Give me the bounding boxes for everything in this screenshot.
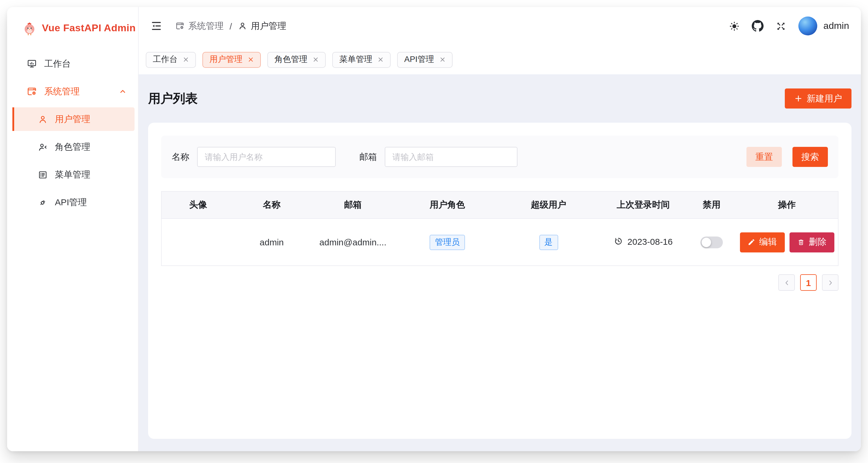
email-input[interactable]	[385, 147, 518, 167]
col-email: 邮箱	[309, 191, 397, 219]
create-user-button[interactable]: 新建用户	[785, 89, 851, 108]
tab-label: 用户管理	[210, 54, 243, 65]
user-list-card: 名称 邮箱 重置 搜索 头像	[148, 123, 851, 439]
role-tag: 管理员	[430, 234, 465, 250]
sidebar-item-label: API管理	[55, 197, 87, 208]
sidebar-item-api[interactable]: API管理	[12, 191, 134, 214]
table-row: admin admin@admin.... 管理员 是	[161, 219, 838, 266]
tab-workbench[interactable]: 工作台	[146, 52, 196, 68]
breadcrumb-item-users[interactable]: 用户管理	[238, 20, 286, 32]
cell-disabled	[687, 219, 736, 266]
pagination-next-button[interactable]	[822, 274, 838, 291]
page-title: 用户列表	[148, 90, 198, 107]
tab-label: 工作台	[153, 54, 178, 65]
reset-button[interactable]: 重置	[746, 147, 782, 167]
email-field-label: 邮箱	[359, 151, 377, 163]
disable-toggle[interactable]	[701, 236, 723, 248]
close-icon[interactable]	[248, 57, 254, 63]
sidebar-item-label: 工作台	[44, 58, 71, 69]
name-input[interactable]	[197, 147, 336, 167]
create-user-label: 新建用户	[807, 93, 842, 104]
chick-logo-icon	[23, 21, 37, 35]
fullscreen-icon[interactable]	[776, 20, 787, 32]
topbar: 系统管理 / 用户管理	[139, 7, 861, 45]
username: admin	[824, 21, 849, 31]
edit-label: 编辑	[759, 236, 777, 248]
tab-label: 角色管理	[274, 54, 307, 65]
sidebar-item-roles[interactable]: 角色管理	[12, 135, 134, 159]
sidebar-item-system[interactable]: 系统管理	[12, 79, 134, 103]
breadcrumb-separator: /	[229, 21, 232, 31]
col-role: 用户角色	[397, 191, 498, 219]
table-header-row: 头像 名称 邮箱 用户角色 超级用户 上次登录时间 禁用 操作	[161, 191, 838, 219]
search-button[interactable]: 搜索	[793, 147, 828, 167]
sidebar-item-label: 系统管理	[44, 86, 80, 97]
sidebar-item-label: 角色管理	[55, 141, 90, 153]
close-icon[interactable]	[313, 57, 319, 63]
sidebar-collapse-button[interactable]	[151, 20, 162, 32]
system-settings-icon	[175, 21, 185, 31]
breadcrumb-label: 系统管理	[188, 20, 224, 32]
pagination-prev-button[interactable]	[778, 274, 795, 291]
close-icon[interactable]	[378, 57, 383, 63]
tab-users[interactable]: 用户管理	[203, 52, 261, 68]
close-icon[interactable]	[183, 57, 189, 63]
app-title: Vue FastAPI Admin	[42, 23, 136, 34]
workbench-icon	[27, 58, 37, 69]
superuser-tag: 是	[539, 234, 558, 250]
sidebar-item-label: 用户管理	[55, 113, 90, 125]
name-field-label: 名称	[172, 151, 189, 163]
role-icon	[38, 142, 48, 152]
clock-icon	[614, 237, 623, 246]
col-actions: 操作	[736, 191, 838, 219]
filter-bar: 名称 邮箱 重置 搜索	[161, 136, 838, 178]
page-header: 用户列表 新建用户	[148, 74, 851, 123]
tab-label: 菜单管理	[339, 54, 372, 65]
breadcrumb-label: 用户管理	[251, 20, 286, 32]
col-avatar: 头像	[161, 191, 235, 219]
col-disabled: 禁用	[687, 191, 736, 219]
cell-actions: 编辑	[736, 219, 838, 266]
sidebar-item-menus[interactable]: 菜单管理	[12, 163, 134, 187]
sidebar: Vue FastAPI Admin 工作台	[7, 7, 139, 451]
user-icon	[38, 114, 48, 124]
user-menu[interactable]: admin	[799, 16, 849, 35]
chevron-up-icon	[118, 87, 127, 96]
col-last-login: 上次登录时间	[599, 191, 687, 219]
api-plug-icon	[38, 197, 48, 207]
pagination-page-1[interactable]: 1	[800, 274, 817, 291]
sidebar-menu: 工作台 系统管理	[7, 52, 138, 214]
close-icon[interactable]	[439, 57, 445, 63]
plus-icon	[794, 94, 803, 103]
col-superuser: 超级用户	[498, 191, 599, 219]
delete-button[interactable]: 删除	[789, 232, 834, 252]
tab-api[interactable]: API管理	[397, 52, 452, 68]
sidebar-item-users[interactable]: 用户管理	[12, 107, 134, 131]
tabbar: 工作台 用户管理 角色管理	[139, 45, 861, 74]
edit-button[interactable]: 编辑	[740, 232, 784, 252]
user-icon	[238, 21, 247, 31]
sidebar-item-workbench[interactable]: 工作台	[12, 52, 134, 75]
cell-role: 管理员	[397, 219, 498, 266]
cell-email: admin@admin....	[309, 219, 397, 266]
cell-name: admin	[235, 219, 309, 266]
system-settings-icon	[27, 86, 37, 97]
theme-sun-icon[interactable]	[729, 20, 740, 32]
breadcrumb: 系统管理 / 用户管理	[175, 20, 286, 32]
cell-last-login: 2023-08-16	[599, 219, 687, 266]
app-logo[interactable]: Vue FastAPI Admin	[7, 7, 138, 35]
cell-superuser: 是	[498, 219, 599, 266]
last-login-value: 2023-08-16	[627, 236, 673, 246]
pencil-icon	[747, 238, 755, 246]
col-name: 名称	[235, 191, 309, 219]
content-area: 用户列表 新建用户 名称 邮箱 重置 搜	[139, 74, 861, 451]
tab-menus[interactable]: 菜单管理	[332, 52, 391, 68]
app-stage: Vue FastAPI Admin 工作台	[0, 0, 868, 463]
pagination: 1	[161, 274, 838, 291]
tab-roles[interactable]: 角色管理	[267, 52, 326, 68]
breadcrumb-item-system[interactable]: 系统管理	[175, 20, 224, 32]
github-icon[interactable]	[752, 20, 764, 32]
avatar	[799, 16, 817, 35]
sidebar-item-label: 菜单管理	[55, 169, 90, 180]
menu-list-icon	[38, 170, 48, 179]
